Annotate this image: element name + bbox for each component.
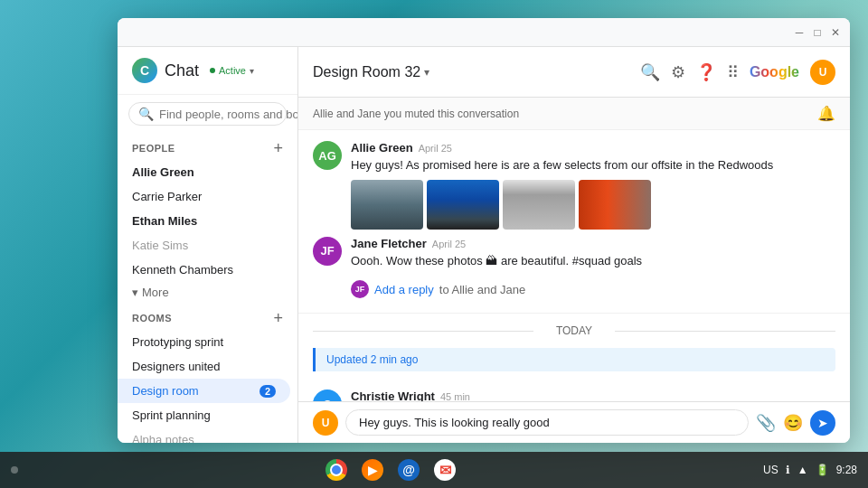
- message-jane-body: Jane Fletcher April 25 Oooh. Wow these p…: [351, 237, 835, 270]
- input-actions: 📎 😊 ➤: [756, 410, 835, 436]
- sidebar-item-sprint-planning[interactable]: Sprint planning: [118, 403, 290, 427]
- input-area: U 📎 😊 ➤: [298, 401, 850, 443]
- sidebar-item-designers-united[interactable]: Designers united: [118, 354, 290, 379]
- gmail-icon[interactable]: ✉: [434, 459, 456, 481]
- sidebar-item-allie-green[interactable]: Allie Green: [118, 160, 290, 184]
- attach-icon[interactable]: 📎: [756, 413, 776, 433]
- mute-icon: 🔔: [817, 105, 835, 122]
- message-christie-body: Christie Wright 45 min Hey y'all, wanted…: [351, 389, 835, 401]
- rooms-label: ROOMS: [132, 313, 172, 324]
- app-content: C Chat Active ▾ 🔍 PEOPLE + Allie Green: [118, 47, 850, 443]
- settings-icon[interactable]: ⚙: [671, 62, 685, 82]
- chevron-down-icon: ▾: [424, 66, 429, 79]
- msg-author-jane: Jane Fletcher: [351, 237, 427, 250]
- sidebar-item-alpha-notes[interactable]: Alpha notes: [118, 427, 290, 443]
- avatar-christie: C: [313, 389, 342, 401]
- google-logo: Google: [750, 64, 799, 80]
- taskbar-right: US ℹ ▲ 🔋 9:28: [763, 464, 857, 476]
- sidebar: C Chat Active ▾ 🔍 PEOPLE + Allie Green: [118, 47, 298, 443]
- sidebar-item-prototyping-sprint[interactable]: Prototyping sprint: [118, 330, 290, 354]
- photo-grid: [351, 180, 835, 230]
- network-icon: ℹ: [786, 464, 790, 476]
- people-section-header: PEOPLE +: [118, 133, 297, 160]
- sidebar-item-kenneth-chambers[interactable]: Kenneth Chambers: [118, 258, 290, 282]
- taskbar: ▶ @ ✉ US ℹ ▲ 🔋 9:28: [0, 452, 868, 488]
- old-message-thread: AG Allie Green April 25 Hey guys! As pro…: [298, 130, 850, 314]
- battery-icon: 🔋: [816, 464, 829, 476]
- msg-time-allie: April 25: [419, 143, 452, 154]
- message-allie: AG Allie Green April 25 Hey guys! As pro…: [313, 141, 835, 230]
- active-dot: [210, 68, 215, 73]
- titlebar: ─ □ ✕: [118, 18, 850, 47]
- reply-text: to Allie and Jane: [439, 283, 525, 296]
- add-person-button[interactable]: +: [273, 140, 283, 156]
- play-store-icon[interactable]: ▶: [362, 459, 383, 481]
- rooms-section-header: ROOMS +: [118, 303, 297, 330]
- wifi-icon: ▲: [797, 464, 808, 476]
- message-christie-meta: Christie Wright 45 min: [351, 389, 835, 401]
- design-room-badge: 2: [259, 385, 276, 398]
- add-room-button[interactable]: +: [273, 310, 283, 326]
- sidebar-item-carrie-parker[interactable]: Carrie Parker: [118, 184, 290, 209]
- app-window: ─ □ ✕ C Chat Active ▾ 🔍 PE: [118, 18, 850, 443]
- message-input[interactable]: [345, 409, 749, 436]
- close-button[interactable]: ✕: [828, 25, 843, 40]
- msg-text-allie: Hey guys! As promised here is are a few …: [351, 156, 835, 174]
- search-icon: 🔍: [138, 107, 154, 121]
- photo-thumb-4[interactable]: [579, 180, 651, 230]
- header-actions: 🔍 ⚙ ❓ ⠿ Google U: [640, 60, 835, 85]
- input-user-avatar: U: [313, 410, 338, 436]
- sidebar-item-katie-sims[interactable]: Katie Sims: [118, 233, 290, 258]
- chevron-down-icon: ▾: [250, 66, 254, 76]
- taskbar-center: ▶ @ ✉: [326, 459, 456, 481]
- reply-row: JF Add a reply to Allie and Jane: [313, 277, 835, 302]
- sidebar-item-ethan-miles[interactable]: Ethan Miles: [118, 209, 290, 233]
- updated-banner: Updated 2 min ago: [313, 348, 835, 371]
- msg-author-christie: Christie Wright: [351, 389, 435, 401]
- app-logo: C: [132, 58, 157, 83]
- taskbar-dot: [11, 466, 18, 474]
- chat-header: Design Room 32 ▾ 🔍 ⚙ ❓ ⠿ Google U: [298, 47, 850, 98]
- message-jane-meta: Jane Fletcher April 25: [351, 237, 835, 250]
- help-icon[interactable]: ❓: [696, 62, 716, 82]
- chrome-icon[interactable]: [326, 459, 347, 481]
- message-jane: JF Jane Fletcher April 25 Oooh. Wow thes…: [313, 237, 835, 270]
- people-label: PEOPLE: [132, 143, 175, 154]
- chevron-down-icon: ▾: [132, 286, 138, 299]
- msg-time-christie: 45 min: [440, 391, 470, 401]
- photo-thumb-2[interactable]: [427, 180, 499, 230]
- new-message-thread: C Christie Wright 45 min Hey y'all, want…: [298, 379, 850, 401]
- messages-container: Allie and Jane you muted this conversati…: [298, 98, 850, 401]
- emoji-icon[interactable]: 😊: [783, 413, 803, 433]
- sidebar-item-design-room[interactable]: Design room 2: [118, 379, 290, 403]
- clock: 9:28: [836, 464, 857, 476]
- reply-link[interactable]: Add a reply: [374, 283, 434, 296]
- photo-thumb-3[interactable]: [503, 180, 575, 230]
- active-label: Active: [219, 65, 246, 76]
- search-bar[interactable]: 🔍: [128, 102, 287, 126]
- search-input[interactable]: [159, 108, 298, 121]
- muted-notice: Allie and Jane you muted this conversati…: [298, 98, 850, 130]
- search-icon[interactable]: 🔍: [640, 62, 660, 82]
- room-name[interactable]: Design Room 32 ▾: [313, 64, 429, 80]
- app-title: Chat: [165, 61, 199, 80]
- msg-author-allie: Allie Green: [351, 141, 413, 155]
- at-icon[interactable]: @: [398, 459, 420, 481]
- message-christie: C Christie Wright 45 min Hey y'all, want…: [313, 389, 835, 401]
- reply-avatar: JF: [351, 280, 369, 298]
- avatar-jane: JF: [313, 237, 342, 266]
- apps-icon[interactable]: ⠿: [727, 62, 739, 82]
- photo-thumb-1[interactable]: [351, 180, 423, 230]
- send-button[interactable]: ➤: [810, 410, 835, 436]
- people-more-button[interactable]: ▾ More: [118, 282, 297, 303]
- minimize-button[interactable]: ─: [792, 25, 807, 40]
- msg-time-jane: April 25: [432, 239, 466, 249]
- maximize-button[interactable]: □: [810, 25, 825, 40]
- avatar-allie: AG: [313, 141, 342, 170]
- today-divider: TODAY: [298, 314, 850, 348]
- msg-text-jane: Oooh. Wow these photos 🏔 are beautiful. …: [351, 252, 835, 270]
- sidebar-header: C Chat Active ▾: [118, 47, 297, 95]
- user-avatar[interactable]: U: [810, 60, 835, 85]
- message-allie-meta: Allie Green April 25: [351, 141, 835, 155]
- active-badge[interactable]: Active ▾: [210, 65, 254, 76]
